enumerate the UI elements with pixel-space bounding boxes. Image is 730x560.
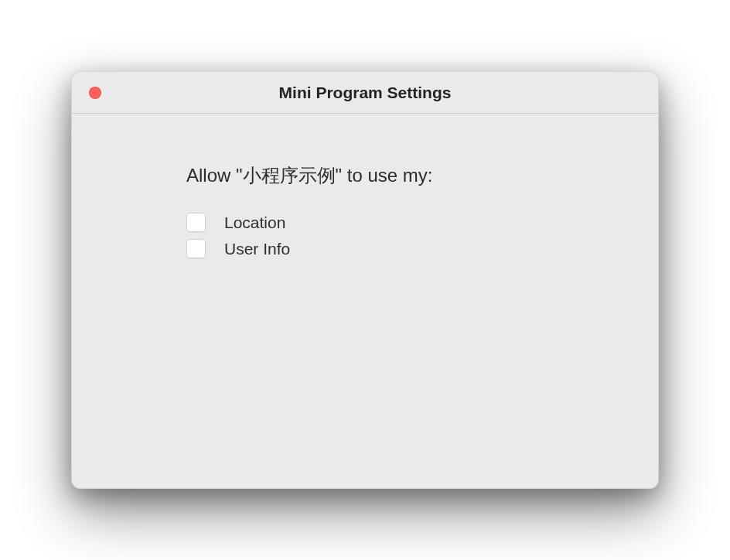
checkbox-userinfo[interactable] [186,239,206,258]
permission-row-location: Location [186,213,544,232]
content-area: Allow "小程序示例" to use my: Location User I… [72,114,658,488]
settings-window: Mini Program Settings Allow "小程序示例" to u… [71,71,659,489]
close-button[interactable] [89,87,101,99]
permission-row-userinfo: User Info [186,239,544,258]
permission-label: Location [224,213,285,232]
permission-list: Location User Info [186,213,544,258]
permission-prompt: Allow "小程序示例" to use my: [186,163,544,188]
permission-label: User Info [224,240,290,258]
window-title: Mini Program Settings [72,84,658,102]
checkbox-location[interactable] [186,213,206,232]
titlebar: Mini Program Settings [72,72,658,114]
